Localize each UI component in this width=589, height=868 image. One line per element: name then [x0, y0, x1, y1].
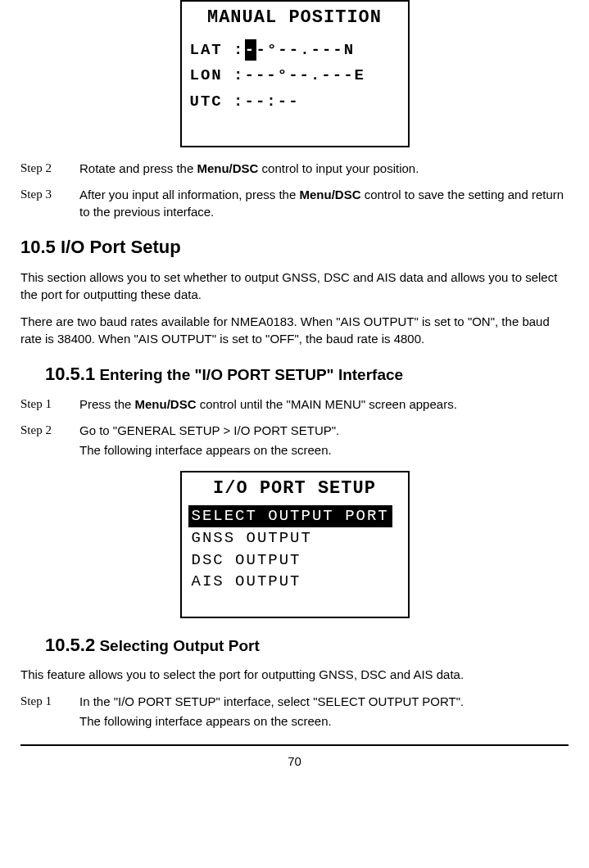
step-content: Go to "GENERAL SETUP > I/O PORT SETUP". …	[79, 422, 569, 461]
step-label: Step 2	[20, 160, 79, 179]
step-3: Step 3 After you input all information, …	[20, 186, 569, 223]
utc-row: UTC :--:--	[190, 91, 400, 113]
step-label: Step 1	[20, 396, 79, 415]
screen-title: MANUAL POSITION	[182, 2, 408, 35]
io-port-setup-screen: I/O PORT SETUP SELECT OUTPUT PORT GNSS O…	[180, 471, 410, 618]
body-paragraph: This section allows you to set whether t…	[20, 269, 569, 303]
step-label: Step 3	[20, 186, 79, 223]
page-number: 70	[288, 754, 301, 768]
menu-item: GNSS OUTPUT	[188, 527, 401, 549]
menu-item: DSC OUTPUT	[188, 549, 401, 572]
step-1-1052: Step 1 In the "I/O PORT SETUP" interface…	[20, 693, 569, 732]
section-heading-10-5: 10.5 I/O Port Setup	[20, 235, 569, 260]
body-paragraph: There are two baud rates available for N…	[20, 313, 569, 347]
menu-item: AIS OUTPUT	[188, 571, 401, 593]
subsection-heading-10-5-1: 10.5.1 Entering the "I/O PORT SETUP" Int…	[45, 362, 569, 387]
lon-row: LON :---°--.---E	[190, 65, 400, 87]
step-label: Step 2	[20, 422, 79, 461]
step-label: Step 1	[20, 693, 79, 732]
lat-row: LAT :--°--.---N	[190, 39, 400, 61]
step-content: Press the Menu/DSC control until the "MA…	[79, 396, 569, 415]
screen-title: I/O PORT SETUP	[182, 472, 408, 506]
subsection-heading-10-5-2: 10.5.2 Selecting Output Port	[45, 633, 569, 658]
step-1-1051: Step 1 Press the Menu/DSC control until …	[20, 396, 569, 415]
menu-item-selected: SELECT OUTPUT PORT	[188, 505, 392, 527]
page-footer: 70	[20, 744, 569, 770]
step-content: In the "I/O PORT SETUP" interface, selec…	[79, 693, 569, 732]
manual-position-screen: MANUAL POSITION LAT :--°--.---N LON :---…	[180, 0, 410, 147]
step-content: Rotate and press the Menu/DSC control to…	[79, 160, 569, 179]
screen-content: LAT :--°--.---N LON :---°--.---E UTC :--…	[182, 35, 408, 121]
step-content: After you input all information, press t…	[79, 186, 569, 223]
cursor: -	[245, 39, 256, 61]
step-2: Step 2 Rotate and press the Menu/DSC con…	[20, 160, 569, 179]
body-paragraph: This feature allows you to select the po…	[20, 666, 569, 683]
step-2-1051: Step 2 Go to "GENERAL SETUP > I/O PORT S…	[20, 422, 569, 461]
screen-menu: SELECT OUTPUT PORT GNSS OUTPUT DSC OUTPU…	[182, 505, 408, 592]
